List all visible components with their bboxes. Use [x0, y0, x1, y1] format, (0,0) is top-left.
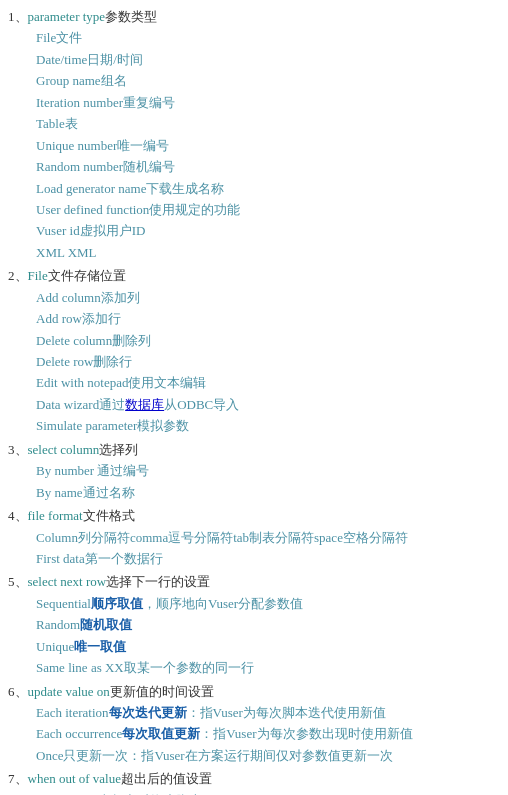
list-item: Add row添加行 [8, 308, 500, 329]
section-2-num: 2、 [8, 268, 28, 283]
section-1-zh: 参数类型 [105, 9, 157, 24]
section-7-label: when out of value [28, 771, 122, 786]
bold-text: 随机取值 [80, 617, 132, 632]
list-item: Add column添加列 [8, 287, 500, 308]
list-item: Load generator name下载生成名称 [8, 178, 500, 199]
section-1-label: parameter type [28, 9, 106, 24]
section-4-title: 4、file format文件格式 [8, 505, 500, 526]
list-item: Sequential顺序取值，顺序地向Vuser分配参数值 [8, 593, 500, 614]
list-item: Date/time日期/时间 [8, 49, 500, 70]
list-item: Once只更新一次：指Vuser在方案运行期间仅对参数值更新一次 [8, 745, 500, 766]
list-item: Unique number唯一编号 [8, 135, 500, 156]
section-1: 1、parameter type参数类型 File文件 Date/time日期/… [8, 6, 500, 263]
section-4: 4、file format文件格式 Column列分隔符comma逗号分隔符ta… [8, 505, 500, 569]
list-item: Each iteration每次迭代更新：指Vuser为每次脚本迭代使用新值 [8, 702, 500, 723]
list-item: User defined function使用规定的功能 [8, 199, 500, 220]
section-3-zh: 选择列 [99, 442, 138, 457]
section-4-num: 4、 [8, 508, 28, 523]
section-4-zh: 文件格式 [83, 508, 135, 523]
section-5-title: 5、select next row选择下一行的设置 [8, 571, 500, 592]
list-item: Unique唯一取值 [8, 636, 500, 657]
section-7-zh: 超出后的值设置 [121, 771, 212, 786]
bold-text: 每次取值更新 [122, 726, 200, 741]
section-7-num: 7、 [8, 771, 28, 786]
list-item: First data第一个数据行 [8, 548, 500, 569]
section-7: 7、when out of value超出后的值设置 Abort vuser当超… [8, 768, 500, 795]
section-1-num: 1、 [8, 9, 28, 24]
list-item: Iteration number重复编号 [8, 92, 500, 113]
section-5-num: 5、 [8, 574, 28, 589]
list-item: File文件 [8, 27, 500, 48]
list-item: Vuser id虚拟用户ID [8, 220, 500, 241]
section-6-label: update value on [28, 684, 110, 699]
section-3-label: select column [28, 442, 100, 457]
list-item: XML XML [8, 242, 500, 263]
section-5-zh: 选择下一行的设置 [106, 574, 210, 589]
section-3-num: 3、 [8, 442, 28, 457]
list-item: Table表 [8, 113, 500, 134]
section-2-title: 2、File文件存储位置 [8, 265, 500, 286]
section-6-zh: 更新值的时间设置 [110, 684, 214, 699]
list-item: Same line as XX取某一个参数的同一行 [8, 657, 500, 678]
section-2-zh: 文件存储位置 [48, 268, 126, 283]
section-5: 5、select next row选择下一行的设置 Sequential顺序取值… [8, 571, 500, 678]
section-5-label: select next row [28, 574, 107, 589]
section-6-num: 6、 [8, 684, 28, 699]
section-6-title: 6、update value on更新值的时间设置 [8, 681, 500, 702]
bold-text: 唯一取值 [74, 639, 126, 654]
list-item: Delete column删除列 [8, 330, 500, 351]
section-2: 2、File文件存储位置 Add column添加列 Add row添加行 De… [8, 265, 500, 437]
list-item: Random number随机编号 [8, 156, 500, 177]
bold-text: 每次迭代更新 [109, 705, 187, 720]
list-item: Column列分隔符comma逗号分隔符tab制表分隔符space空格分隔符 [8, 527, 500, 548]
section-2-label: File [28, 268, 48, 283]
database-link[interactable]: 数据库 [125, 397, 164, 412]
main-content: 1、parameter type参数类型 File文件 Date/time日期/… [8, 6, 500, 795]
list-item: Each occurrence每次取值更新：指Vuser为每次参数出现时使用新值 [8, 723, 500, 744]
section-6: 6、update value on更新值的时间设置 Each iteration… [8, 681, 500, 767]
section-3-title: 3、select column选择列 [8, 439, 500, 460]
list-item: Abort vuser当超出时终止脚本 [8, 790, 500, 795]
list-item: Delete row删除行 [8, 351, 500, 372]
list-item: Random随机取值 [8, 614, 500, 635]
section-7-title: 7、when out of value超出后的值设置 [8, 768, 500, 789]
list-item: Data wizard通过数据库从ODBC导入 [8, 394, 500, 415]
list-item: Edit with notepad使用文本编辑 [8, 372, 500, 393]
list-item: By number 通过编号 [8, 460, 500, 481]
bold-text: 顺序取值 [91, 596, 143, 611]
section-1-title: 1、parameter type参数类型 [8, 6, 500, 27]
section-3: 3、select column选择列 By number 通过编号 By nam… [8, 439, 500, 503]
list-item: By name通过名称 [8, 482, 500, 503]
list-item: Group name组名 [8, 70, 500, 91]
section-4-label: file format [28, 508, 83, 523]
list-item: Simulate parameter模拟参数 [8, 415, 500, 436]
